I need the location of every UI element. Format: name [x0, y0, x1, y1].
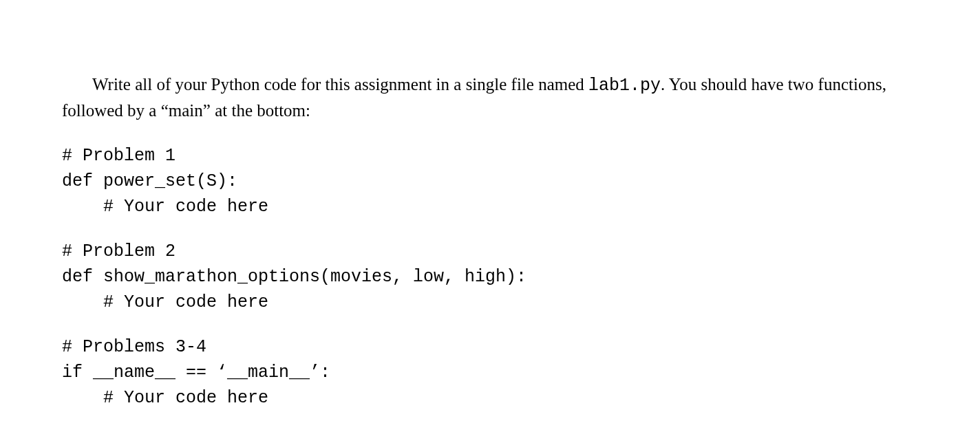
paragraph-text-part1: Write all of your Python code for this a… [92, 75, 588, 94]
code-line: # Problems 3-4 [62, 334, 904, 360]
code-line: # Your code here [62, 194, 904, 219]
document-page: Write all of your Python code for this a… [0, 0, 980, 411]
code-block-problems-3-4: # Problems 3-4 if __name__ == ‘__main__’… [62, 334, 904, 411]
code-line: # Problem 1 [62, 143, 904, 169]
instruction-paragraph: Write all of your Python code for this a… [62, 72, 904, 124]
code-line: # Problem 2 [62, 239, 904, 264]
code-line: # Your code here [62, 290, 904, 315]
code-line: if __name__ == ‘__main__’: [62, 360, 904, 385]
code-line: def power_set(S): [62, 169, 904, 194]
code-block-problem-1: # Problem 1 def power_set(S): # Your cod… [62, 143, 904, 219]
code-line: # Your code here [62, 385, 904, 411]
code-block-problem-2: # Problem 2 def show_marathon_options(mo… [62, 239, 904, 315]
code-line: def show_marathon_options(movies, low, h… [62, 264, 904, 290]
filename-inline-code: lab1.py [588, 76, 661, 96]
